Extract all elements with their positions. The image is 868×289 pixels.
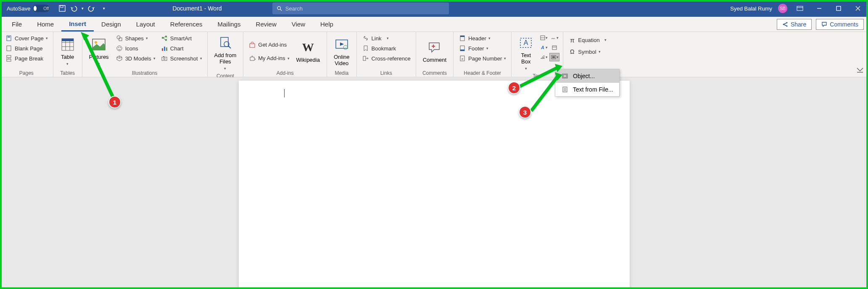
omega-icon: Ω — [568, 48, 576, 55]
comment-button[interactable]: Comment — [419, 34, 450, 69]
quick-parts-button[interactable]: ▾ — [538, 34, 549, 42]
close-icon[interactable] — [851, 3, 865, 13]
cover-page-button[interactable]: Cover Page▾ — [3, 34, 50, 43]
group-headerfooter: Header▾ Footer▾ #Page Number▾ Header & F… — [454, 32, 512, 77]
group-label-headerfooter: Header & Footer — [457, 69, 508, 77]
page-break-button[interactable]: Page Break — [3, 54, 50, 63]
autosave-state: Off — [43, 6, 49, 11]
add-from-files-button[interactable]: Add from Files▾ — [211, 34, 240, 72]
svg-line-45 — [228, 46, 231, 48]
minimize-icon[interactable] — [813, 3, 826, 13]
svg-point-41 — [164, 58, 165, 60]
crossref-button[interactable]: Cross-reference — [360, 54, 412, 63]
tab-file[interactable]: File — [4, 17, 29, 32]
page-icon — [5, 34, 13, 42]
comments-button[interactable]: Comments — [816, 19, 864, 30]
save-icon[interactable] — [58, 4, 66, 13]
tab-help[interactable]: Help — [313, 17, 341, 32]
tab-home[interactable]: Home — [29, 17, 61, 32]
menu-object[interactable]: Object... — [555, 69, 619, 83]
svg-text:A: A — [524, 39, 528, 46]
dropcap-button[interactable]: A▾ — [538, 53, 549, 61]
svg-point-48 — [343, 45, 348, 50]
svg-rect-37 — [162, 48, 163, 51]
tab-design[interactable]: Design — [94, 17, 129, 32]
store-icon — [248, 41, 256, 49]
chevron-down-icon[interactable]: ▾ — [82, 6, 84, 11]
group-label-comments: Comments — [419, 69, 450, 77]
wikipedia-button[interactable]: W Wikipedia — [293, 34, 323, 69]
tab-insert[interactable]: Insert — [61, 17, 94, 32]
group-label-links: Links — [360, 69, 412, 77]
tab-review[interactable]: Review — [248, 17, 284, 32]
document-page[interactable] — [239, 81, 630, 289]
group-label-tables: Tables — [57, 69, 79, 77]
group-label-media: Media — [330, 69, 353, 77]
user-avatar[interactable]: SB — [778, 4, 787, 13]
undo-icon[interactable] — [70, 4, 78, 13]
object-button[interactable]: ▾ — [549, 53, 559, 61]
search-icon — [277, 5, 282, 11]
ribbon: Cover Page▾ Blank Page Page Break Pages … — [0, 32, 868, 77]
svg-rect-13 — [7, 36, 11, 41]
get-addins-button[interactable]: Get Add-ins — [247, 40, 291, 50]
search-box[interactable] — [272, 3, 449, 14]
screenshot-button[interactable]: Screenshot▾ — [159, 54, 204, 63]
datetime-button[interactable] — [549, 43, 559, 52]
table-button[interactable]: Table▾ — [57, 34, 79, 69]
signature-button[interactable]: ▾ — [549, 34, 559, 42]
chart-button[interactable]: Chart — [159, 44, 204, 53]
maximize-icon[interactable] — [832, 3, 845, 13]
svg-rect-17 — [7, 59, 11, 61]
pagenum-icon: # — [459, 55, 466, 62]
svg-rect-34 — [165, 39, 167, 41]
ribbon-display-icon[interactable] — [793, 3, 807, 13]
svg-text:A: A — [541, 45, 544, 50]
svg-rect-0 — [59, 5, 65, 11]
tab-references[interactable]: References — [163, 17, 210, 32]
tab-view[interactable]: View — [284, 17, 313, 32]
tab-layout[interactable]: Layout — [129, 17, 163, 32]
svg-rect-24 — [62, 39, 74, 41]
header-button[interactable]: Header▾ — [457, 34, 508, 43]
svg-rect-49 — [363, 56, 366, 60]
svg-rect-4 — [797, 6, 803, 11]
svg-rect-16 — [7, 55, 11, 58]
customize-qat-icon[interactable]: ▾ — [103, 6, 105, 11]
redo-icon[interactable] — [87, 4, 95, 13]
pagenum-button[interactable]: #Page Number▾ — [457, 54, 508, 63]
document-title: Document1 - Word — [172, 5, 222, 12]
titlebar-right: Syed Balal Rumy SB — [730, 3, 865, 13]
chart-icon — [161, 45, 168, 52]
textbox-icon: A — [518, 35, 533, 50]
text-cursor — [284, 89, 285, 97]
group-label-addins: Add-ins — [247, 69, 323, 77]
online-video-button[interactable]: Online Video — [330, 34, 353, 69]
group-pages: Cover Page▾ Blank Page Page Break Pages — [0, 32, 53, 77]
smartart-icon — [161, 34, 168, 42]
svg-rect-38 — [164, 47, 165, 51]
smartart-button[interactable]: SmartArt — [159, 34, 204, 43]
share-button[interactable]: Share — [777, 19, 812, 30]
svg-rect-32 — [162, 37, 164, 39]
blank-page-button[interactable]: Blank Page — [3, 44, 50, 53]
svg-rect-55 — [460, 50, 464, 51]
svg-rect-14 — [8, 37, 10, 37]
equation-button[interactable]: πEquation▾ — [567, 35, 608, 45]
tab-mailings[interactable]: Mailings — [210, 17, 248, 32]
link-button[interactable]: Link▾ — [360, 34, 412, 43]
footer-button[interactable]: Footer▾ — [457, 44, 508, 53]
wordart-button[interactable]: A▾ — [538, 43, 549, 52]
collapse-ribbon-icon[interactable] — [856, 67, 864, 75]
svg-point-10 — [783, 24, 784, 25]
symbol-button[interactable]: ΩSymbol▾ — [567, 47, 608, 56]
callout-2: 2 — [508, 81, 520, 94]
search-input[interactable] — [285, 5, 445, 12]
autosave-toggle[interactable]: AutoSave Off — [3, 5, 53, 12]
my-addins-button[interactable]: My Add-ins▾ — [247, 54, 291, 63]
blank-page-icon — [5, 45, 13, 52]
svg-rect-70 — [552, 56, 555, 58]
bookmark-button[interactable]: Bookmark — [360, 44, 412, 53]
menu-text-from-file[interactable]: Text from File... — [555, 83, 619, 96]
svg-point-11 — [786, 22, 787, 23]
